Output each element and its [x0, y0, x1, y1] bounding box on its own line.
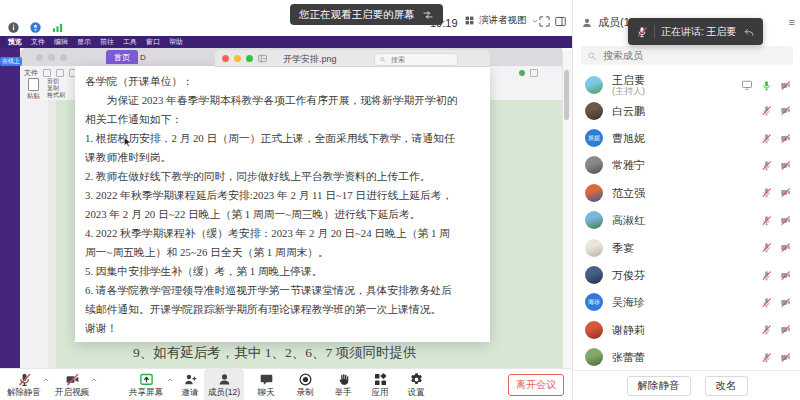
leave-meeting-button[interactable]: 离开会议	[508, 374, 564, 396]
chevron-up-icon[interactable]	[42, 376, 50, 384]
chat-icon	[259, 372, 274, 387]
wps-print-icon[interactable]	[56, 69, 64, 77]
toolbar-label: 成员(12)	[208, 387, 240, 399]
wps-paste-button[interactable]: 粘贴	[27, 78, 40, 101]
member-search-input[interactable]	[601, 49, 787, 62]
cam-off-icon[interactable]	[780, 215, 791, 226]
member-status-icons	[761, 324, 800, 335]
menubar-item-帮助[interactable]: 帮助	[169, 37, 183, 47]
toolbar-录制[interactable]: 录制	[286, 369, 324, 400]
meeting-info-icon[interactable]	[7, 21, 20, 34]
menubar-item-文件[interactable]: 文件	[31, 37, 45, 47]
preview-search-input[interactable]	[389, 55, 443, 64]
mic-off-icon[interactable]	[761, 352, 772, 363]
preview-window-title: 开学安排.png	[283, 53, 337, 66]
toolbar-label: 共享屏幕	[129, 387, 163, 399]
settings-shield-icon[interactable]	[29, 21, 42, 34]
chevron-up-icon[interactable]	[90, 376, 98, 384]
members-panel-footer: 解除静音 改名	[573, 370, 800, 400]
mic-off-icon[interactable]	[761, 133, 772, 144]
member-row-万俊芬[interactable]: 万俊芬	[573, 261, 800, 288]
search-icon	[587, 51, 597, 61]
menubar-item-编辑[interactable]: 编辑	[54, 37, 68, 47]
toolbar-设置[interactable]: 设置	[398, 369, 434, 400]
member-row-范立强[interactable]: 范立强	[573, 179, 800, 206]
toolbar-聊天[interactable]: 聊天	[246, 369, 286, 400]
toolbar-应用[interactable]: 应用	[362, 369, 398, 400]
mic-off-icon[interactable]	[761, 105, 772, 116]
meeting-window: 您正在观看王启要的屏幕 ─ ☐ ✕ 19:19 演讲者视图 预览文件编辑显示前往…	[0, 0, 800, 400]
watching-banner[interactable]: 您正在观看王启要的屏幕	[290, 4, 443, 25]
panel-menu-icon[interactable]: ≡	[789, 16, 795, 28]
rename-button[interactable]: 改名	[705, 376, 748, 396]
member-row-常雅宁[interactable]: 常雅宁	[573, 152, 800, 179]
member-list: 王启要(主持人)白云鹏旭妮曹旭妮常雅宁范立强高淑红季宴万俊芬海珍吴海珍谢静莉张蕾…	[573, 70, 800, 370]
cam-off-icon[interactable]	[780, 352, 791, 363]
member-name: 范立强	[612, 187, 645, 199]
preview-search-field[interactable]	[374, 53, 458, 66]
member-row-季宴[interactable]: 季宴	[573, 234, 800, 261]
menubar-item-预览[interactable]: 预览	[8, 37, 22, 47]
member-row-白云鹏[interactable]: 白云鹏	[573, 97, 800, 124]
avatar	[585, 76, 603, 94]
cam-off-icon[interactable]	[780, 187, 791, 198]
preview-view-menu-icon[interactable]	[257, 53, 268, 64]
wps-scrollbar-thumb[interactable]	[564, 70, 569, 120]
document-line: 5. 因集中安排学生补（缓）考，第 1 周晚上停课。	[85, 262, 490, 281]
document-line: 为保证 2023 年春季学期本科教学各项工作有序开展，现将新学期开学初的	[85, 91, 490, 110]
preview-traffic-lights[interactable]	[222, 55, 258, 62]
toolbar-解除静音[interactable]: 解除静音	[4, 369, 44, 400]
member-search-box[interactable]	[581, 46, 793, 65]
menubar-item-前往[interactable]: 前往	[100, 37, 114, 47]
cam-off-icon[interactable]	[780, 324, 791, 335]
cam-off-icon[interactable]	[780, 105, 791, 116]
member-row-谢静莉[interactable]: 谢静莉	[573, 316, 800, 343]
wps-traffic-lights[interactable]	[36, 54, 72, 61]
layout-panel-icon[interactable]	[554, 15, 567, 28]
toolbar-举手[interactable]: 举手	[324, 369, 362, 400]
mic-off-icon[interactable]	[761, 187, 772, 198]
cam-off-icon[interactable]	[780, 242, 791, 253]
menubar-item-工具[interactable]: 工具	[123, 37, 137, 47]
menubar-item-显示[interactable]: 显示	[77, 37, 91, 47]
mic-off-icon[interactable]	[761, 324, 772, 335]
document-line: 续邮件通知。开课学院跟踪新学期所有理论课程教学班的第一次上课情况。	[85, 300, 490, 319]
fullscreen-icon[interactable]	[538, 15, 551, 28]
cam-off-icon[interactable]	[780, 270, 791, 281]
switch-screen-icon[interactable]	[422, 9, 434, 21]
member-row-吴海珍[interactable]: 海珍吴海珍	[573, 289, 800, 316]
toolbar-label: 应用	[372, 387, 389, 399]
mic-off-icon[interactable]	[761, 297, 772, 308]
mic-on-icon[interactable]	[761, 80, 772, 91]
member-status-icons	[741, 79, 800, 91]
mic-off-icon[interactable]	[761, 215, 772, 226]
wps-file-menu[interactable]: 文件	[24, 68, 77, 78]
cam-off-icon[interactable]	[780, 80, 791, 91]
toolbar-共享屏幕[interactable]: 共享屏幕	[124, 369, 168, 400]
mac-menubar: 预览文件编辑显示前往工具窗口帮助	[0, 36, 580, 48]
member-name: 白云鹏	[612, 105, 645, 117]
menubar-item-窗口[interactable]: 窗口	[146, 37, 160, 47]
cam-off-icon[interactable]	[780, 160, 791, 171]
preview-titlebar[interactable]: 开学安排.png	[215, 50, 490, 67]
reply-arrow-icon[interactable]	[743, 26, 755, 38]
wps-save-icon[interactable]	[43, 69, 51, 77]
member-row-王启要[interactable]: 王启要(主持人)	[573, 70, 800, 97]
wps-home-tab[interactable]: 首页	[106, 50, 138, 64]
cam-off-icon[interactable]	[780, 133, 791, 144]
avatar	[585, 156, 603, 174]
mic-off-icon[interactable]	[761, 270, 772, 281]
wps-cut-copy-group[interactable]: 剪切 复制 格式刷	[47, 78, 65, 99]
toolbar-成员(12)[interactable]: 成员(12)	[204, 369, 244, 400]
unmute-button[interactable]: 解除静音	[627, 376, 691, 396]
view-mode-button[interactable]: 演讲者视图	[464, 14, 539, 27]
cam-off-icon[interactable]	[780, 297, 791, 308]
screen-share-icon[interactable]	[741, 79, 753, 91]
member-row-张蕾蕾[interactable]: 张蕾蕾	[573, 344, 800, 370]
mic-off-icon[interactable]	[761, 160, 772, 171]
mic-off-icon[interactable]	[761, 242, 772, 253]
member-row-高淑红[interactable]: 高淑红	[573, 207, 800, 234]
member-row-曹旭妮[interactable]: 旭妮曹旭妮	[573, 124, 800, 151]
wps-document-tab[interactable]: D	[140, 53, 146, 62]
toolbar-开启视频[interactable]: 开启视频	[52, 369, 92, 400]
